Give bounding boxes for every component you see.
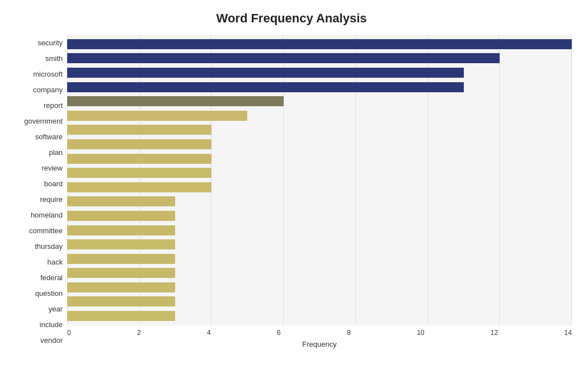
x-tick-label: 14: [565, 329, 572, 337]
bars-wrapper: [67, 35, 572, 325]
bar-row: [67, 281, 572, 294]
bar: [67, 211, 175, 221]
y-label: thursday: [35, 243, 63, 250]
bar: [67, 39, 572, 49]
bar: [67, 282, 175, 292]
x-tick-label: 0: [67, 329, 71, 337]
bar-row: [67, 210, 572, 222]
bar: [67, 82, 464, 92]
y-label: board: [44, 180, 63, 187]
y-label: require: [40, 196, 63, 203]
bar-row: [67, 195, 572, 207]
bar-row: [67, 52, 572, 64]
y-label: report: [44, 102, 63, 109]
chart-bottom: 02468101214 Frequency: [67, 327, 572, 348]
bar-row: [67, 253, 572, 265]
chart-container: Word Frequency Analysis securitysmithmic…: [0, 0, 583, 392]
x-axis: 02468101214: [67, 327, 572, 337]
y-label: homeland: [31, 211, 63, 219]
bar-row: [67, 181, 572, 193]
y-label: vendor: [40, 337, 63, 344]
bar-row: [67, 81, 572, 93]
y-label: committee: [29, 227, 63, 234]
y-label: review: [41, 164, 63, 172]
x-tick-label: 10: [417, 329, 424, 337]
bar: [67, 239, 175, 249]
bar-row: [67, 95, 572, 107]
bar: [67, 68, 464, 78]
bar-row: [67, 38, 572, 50]
chart-area: securitysmithmicrosoftcompanyreportgover…: [11, 35, 572, 348]
y-label: federal: [40, 274, 63, 281]
bar: [67, 111, 247, 121]
bar: [67, 154, 211, 164]
bar: [67, 96, 284, 106]
bar-row: [67, 138, 572, 150]
bar-row: [67, 310, 572, 322]
y-label: company: [33, 86, 63, 93]
y-label: software: [35, 133, 63, 140]
bar: [67, 139, 211, 149]
y-label: question: [35, 290, 63, 297]
bar: [67, 182, 211, 192]
x-tick-label: 12: [491, 329, 498, 337]
grid-and-bars: [67, 35, 572, 325]
bar-row: [67, 295, 572, 308]
bar-row: [67, 267, 572, 279]
x-axis-title: Frequency: [67, 340, 572, 348]
y-label: plan: [49, 149, 63, 156]
bar: [67, 53, 500, 63]
x-tick-label: 4: [207, 329, 211, 337]
y-label: security: [37, 39, 63, 46]
y-axis: securitysmithmicrosoftcompanyreportgover…: [11, 35, 67, 348]
bar: [67, 268, 175, 278]
y-label: smith: [45, 55, 63, 62]
y-label: microsoft: [33, 70, 63, 78]
y-label: year: [49, 305, 63, 313]
bar: [67, 225, 175, 235]
y-label: hack: [48, 258, 63, 266]
bar-row: [67, 153, 572, 165]
bars-and-grid: 02468101214 Frequency: [67, 35, 572, 348]
bar: [67, 125, 211, 135]
bar-row: [67, 67, 572, 79]
x-tick-label: 8: [347, 329, 351, 337]
bar-row: [67, 238, 572, 251]
bar: [67, 168, 211, 178]
bar-row: [67, 124, 572, 136]
bar-row: [67, 224, 572, 237]
x-tick-label: 6: [277, 329, 281, 337]
bar: [67, 311, 175, 321]
y-label: include: [40, 321, 63, 328]
chart-title: Word Frequency Analysis: [11, 11, 572, 26]
bar-row: [67, 110, 572, 122]
y-label: government: [24, 117, 63, 125]
bar: [67, 196, 175, 206]
bar: [67, 254, 175, 264]
bar: [67, 296, 175, 306]
bar-row: [67, 167, 572, 179]
x-tick-label: 2: [137, 329, 141, 337]
